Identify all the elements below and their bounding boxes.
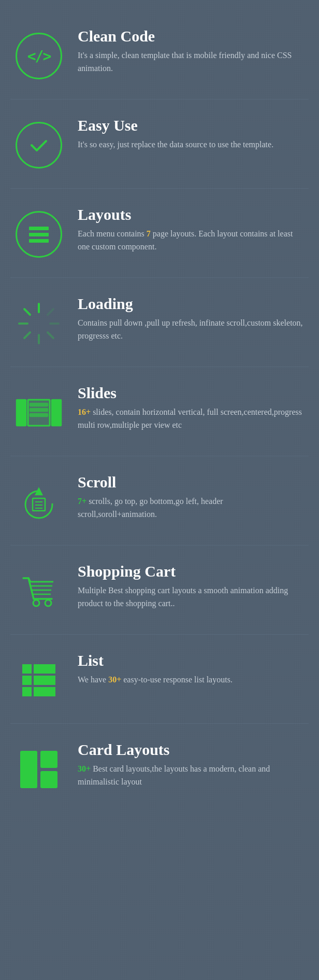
slides-content: Slides 16+ slides, contain horizontal ve…: [78, 382, 303, 432]
scroll-highlight: 7+: [78, 497, 86, 506]
layouts-desc: Each menu contains 7 page layouts. Each …: [78, 228, 303, 254]
list-desc: We have 30+ easy-to-use response list la…: [78, 674, 303, 687]
clean-code-icon: </>: [16, 33, 62, 79]
spinner-svg: [16, 301, 62, 346]
svg-rect-14: [30, 414, 48, 416]
cards-desc: 30+ Best card layouts,the layouts has a …: [78, 763, 303, 789]
loading-content: Loading Contains pull down ,pull up refr…: [78, 292, 303, 343]
feature-card-layouts: Card Layouts 30+ Best card layouts,the l…: [0, 724, 319, 813]
feature-easy-use: Easy Use It's so easy, just replace the …: [0, 100, 319, 188]
feature-list: List We have 30+ easy-to-use response li…: [0, 635, 319, 723]
clean-code-title: Clean Code: [78, 27, 303, 45]
list-title: List: [78, 652, 303, 669]
easy-use-desc: It's so easy, just replace the data sour…: [78, 138, 303, 151]
list-icon-container: [10, 652, 67, 709]
cards-content: Card Layouts 30+ Best card layouts,the l…: [78, 738, 303, 789]
slides-title: Slides: [78, 384, 303, 402]
clean-code-content: Clean Code It's a simple, clean template…: [78, 25, 303, 75]
layouts-icon-container: [10, 206, 67, 263]
cards-desc-after: Best card layouts,the layouts has a mode…: [78, 764, 270, 786]
svg-rect-8: [17, 400, 26, 426]
svg-line-4: [24, 309, 30, 315]
layouts-desc-before: Each menu contains: [78, 229, 147, 238]
slides-svg: [16, 397, 62, 428]
scroll-desc: 7+ scrolls, go top, go bottom,go left, h…: [78, 495, 303, 521]
svg-marker-16: [36, 488, 42, 495]
cart-icon-container: [10, 563, 67, 620]
list-desc-before: We have: [78, 675, 108, 684]
cards-highlight: 30+: [78, 764, 91, 773]
svg-point-26: [45, 600, 51, 606]
list-desc-after: easy-to-use response list layouts.: [121, 675, 233, 684]
checkmark-svg: [27, 134, 50, 157]
easy-use-icon-container: [10, 117, 67, 174]
cards-icon-container: [10, 741, 67, 798]
svg-line-6: [48, 309, 53, 315]
slides-icon: [16, 389, 62, 436]
list-layout-icon: [22, 664, 55, 696]
feature-scroll: Scroll 7+ scrolls, go top, go bottom,go …: [0, 456, 319, 545]
slides-highlight: 16+: [78, 408, 91, 416]
layouts-highlight: 7: [147, 229, 151, 238]
feature-shopping-cart: Shopping Cart Multiple Best shopping car…: [0, 545, 319, 634]
scroll-svg: [18, 481, 60, 523]
slides-icon-container: [10, 384, 67, 441]
svg-line-7: [24, 332, 30, 338]
cart-title: Shopping Cart: [78, 563, 303, 580]
layouts-title: Layouts: [78, 206, 303, 223]
slides-desc-after: slides, contain horizontal vertical, ful…: [78, 408, 302, 429]
scroll-icon: [16, 479, 62, 525]
feature-layouts: Layouts Each menu contains 7 page layout…: [0, 189, 319, 277]
feature-slides: Slides 16+ slides, contain horizontal ve…: [0, 367, 319, 456]
list-content: List We have 30+ easy-to-use response li…: [78, 649, 303, 687]
scroll-content: Scroll 7+ scrolls, go top, go bottom,go …: [78, 471, 303, 521]
feature-loading: Loading Contains pull down ,pull up refr…: [0, 278, 319, 367]
cart-desc: Multiple Best shopping cart layouts a sm…: [78, 584, 303, 610]
cards-title: Card Layouts: [78, 741, 303, 759]
loading-desc: Contains pull down ,pull up refresh, inf…: [78, 317, 303, 343]
list-highlight: 30+: [108, 675, 121, 684]
cards-icon: [16, 746, 62, 793]
cart-svg: [18, 570, 60, 612]
svg-line-5: [48, 332, 53, 338]
scroll-desc-after: scrolls, go top, go bottom,go left, head…: [78, 497, 223, 519]
scroll-icon-container: [10, 473, 67, 530]
easy-use-title: Easy Use: [78, 117, 303, 134]
svg-rect-12: [30, 403, 48, 406]
cart-content: Shopping Cart Multiple Best shopping car…: [78, 560, 303, 610]
scroll-title: Scroll: [78, 473, 303, 491]
loading-title: Loading: [78, 295, 303, 313]
clean-code-icon-container: </>: [10, 27, 67, 85]
svg-point-25: [33, 600, 39, 606]
easy-use-icon: [16, 122, 62, 169]
layouts-content: Layouts Each menu contains 7 page layout…: [78, 203, 303, 254]
slides-desc: 16+ slides, contain horizontal vertical,…: [78, 406, 303, 432]
feature-clean-code: </> Clean Code It's a simple, clean temp…: [0, 10, 319, 99]
svg-rect-11: [52, 400, 61, 426]
loading-icon-container: [10, 295, 67, 352]
cart-icon: [16, 568, 62, 614]
svg-rect-13: [30, 409, 48, 411]
easy-use-content: Easy Use It's so easy, just replace the …: [78, 114, 303, 151]
card-grid-icon: [20, 751, 57, 788]
layouts-icon: [16, 211, 62, 258]
loading-icon: [16, 300, 62, 347]
menu-lines-icon: [29, 227, 49, 243]
list-icon: [16, 657, 62, 704]
clean-code-desc: It's a simple, clean template that is mo…: [78, 49, 303, 75]
